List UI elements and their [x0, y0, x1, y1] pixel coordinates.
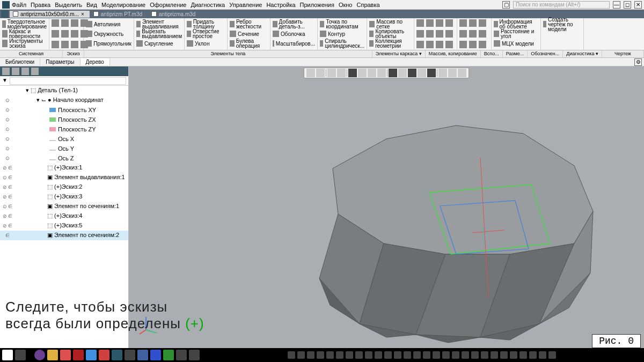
vp-opt2-icon[interactable] [398, 69, 407, 77]
doc-tab-1[interactable]: antiprizma10x50x60.m...× [10, 11, 90, 18]
tray-7[interactable] [346, 351, 353, 359]
d7[interactable] [459, 41, 467, 48]
tree-origin[interactable]: ⊙▾ ⌙ ● Начало координат [0, 95, 128, 105]
tree-plane-zx[interactable]: ⊙Плоскость ZX [0, 115, 128, 124]
pb-notation[interactable]: Обозначен... [528, 50, 563, 57]
fillet-button[interactable]: Скругление [136, 39, 182, 48]
tray-21[interactable] [481, 351, 488, 359]
tree-axis-y[interactable]: ⊙Ось Y [0, 144, 128, 153]
vp-opt3-icon[interactable] [408, 69, 416, 77]
tb-kompas[interactable] [112, 350, 122, 360]
tree-feat-5[interactable]: ⊘ ∈⬚ (+)Эскиз:4 [0, 211, 128, 221]
close-button[interactable]: ✕ [634, 1, 642, 9]
contour-button[interactable]: Контур [320, 29, 364, 39]
tab-parameters[interactable]: Параметры [40, 58, 80, 65]
pb-system[interactable]: Системная [0, 50, 63, 57]
filter-icon[interactable]: ▼ [2, 77, 10, 85]
tb-excel[interactable] [163, 350, 174, 360]
tray-8[interactable] [355, 351, 363, 359]
tray-16[interactable] [433, 351, 440, 359]
tree-filter-input[interactable] [10, 77, 126, 85]
copy-obj-button[interactable]: Копировать объекты [369, 29, 412, 39]
copy-icon[interactable] [71, 30, 78, 38]
d6[interactable] [479, 30, 486, 38]
mode-wireframe[interactable]: Каркас и поверхности [2, 29, 47, 39]
vp-filter-icon[interactable] [427, 69, 436, 77]
vp-zoom-icon[interactable] [316, 69, 325, 77]
menu-diag[interactable]: Диагностика [191, 2, 225, 8]
props-icon[interactable] [52, 41, 59, 48]
tray-4[interactable] [317, 351, 324, 359]
tree-feat-6[interactable]: ⊘ ∈⬚ (+)Эскиз:5 [0, 221, 128, 231]
tb-app-6[interactable] [137, 350, 148, 360]
tree-feat-0[interactable]: ⊘ ∈⬚ (+)Эскиз:1 [0, 163, 128, 173]
vp-opt1-icon[interactable] [389, 69, 397, 77]
tree-feat-2[interactable]: ⊘ ∈⬚ (+)Эскиз:2 [0, 182, 128, 192]
tray-13[interactable] [404, 351, 411, 359]
vp-shade-icon[interactable] [348, 69, 357, 77]
minimize-button[interactable]: — [613, 1, 620, 9]
autoline-button[interactable]: Автолиния [86, 19, 131, 29]
ic3[interactable] [436, 19, 443, 27]
tab-tree[interactable]: Дерево [80, 58, 110, 65]
command-search[interactable]: Поиск по командам (Alt+/) [513, 1, 610, 9]
tray-20[interactable] [471, 351, 479, 359]
maximize-button[interactable]: ◻ [624, 1, 631, 9]
save-icon[interactable] [71, 19, 78, 27]
tb-explorer[interactable] [47, 350, 58, 360]
doc-tab-3[interactable]: antiprizma.m3d [148, 11, 201, 18]
tb-edge[interactable] [86, 350, 97, 360]
menu-manage[interactable]: Управление [229, 2, 262, 8]
extrude-button[interactable]: Элемент выдавливания [136, 19, 182, 29]
tb-app-7[interactable] [176, 350, 187, 360]
layout-icon[interactable]: ▢ [502, 1, 510, 9]
ic11[interactable] [436, 41, 443, 48]
tree-tool-2[interactable] [12, 68, 19, 75]
taskview-icon[interactable] [15, 350, 26, 360]
tray-23[interactable] [500, 351, 508, 359]
tray-14[interactable] [413, 351, 421, 359]
add-part-button[interactable]: Добавить деталь-з... [273, 19, 315, 29]
tray-6[interactable] [336, 351, 343, 359]
ic4[interactable] [445, 19, 453, 27]
menu-select[interactable]: Выделить [55, 2, 82, 8]
ic6[interactable] [426, 30, 434, 38]
settings-icon[interactable]: ⚙ [634, 58, 642, 66]
lib-icon[interactable] [71, 41, 78, 48]
ic5[interactable] [416, 30, 424, 38]
tray-19[interactable] [462, 351, 469, 359]
info-button[interactable]: Информация об объекте [494, 19, 538, 29]
tray-24[interactable] [510, 351, 517, 359]
d5[interactable] [469, 30, 477, 38]
menu-design[interactable]: Оформление [150, 2, 186, 8]
mode-sketch[interactable]: Инструменты эскиза [2, 39, 47, 48]
pb-sketch[interactable]: Эскиз [63, 50, 84, 57]
tree-axis-x[interactable]: ⊙Ось X [0, 134, 128, 144]
tray-3[interactable] [307, 351, 314, 359]
hole-button[interactable]: Отверстие простое [187, 29, 225, 39]
menu-modeling[interactable]: Моделирование [101, 2, 145, 8]
tree-feat-7[interactable]: ∈▣ Элемент по сечениям:2 [0, 231, 128, 240]
vp-hide-icon[interactable] [368, 69, 376, 77]
viewport-3d[interactable] [129, 67, 644, 348]
create-drawing-button[interactable]: Создать чертеж по модели [543, 19, 581, 29]
vp-wireframe-icon[interactable] [358, 69, 367, 77]
redo-icon[interactable] [61, 30, 69, 38]
doc-tab-2[interactable]: antiprizm PT.m3d [90, 11, 148, 18]
pb-array[interactable]: Массив, копирование [426, 50, 481, 57]
menu-file[interactable]: Файл [12, 2, 26, 8]
draft-button[interactable]: Уклон [187, 39, 225, 48]
menu-window[interactable]: Окно [339, 2, 353, 8]
vp-nav-icon[interactable] [306, 69, 315, 77]
shell-button[interactable]: Оболочка [273, 29, 315, 39]
tree-axis-z[interactable]: ⊙Ось Z [0, 153, 128, 163]
menu-view[interactable]: Вид [86, 2, 97, 8]
d9[interactable] [479, 41, 486, 48]
app-icon[interactable] [2, 1, 10, 9]
home-icon[interactable] [1, 10, 9, 18]
tray-15[interactable] [423, 351, 430, 359]
pb-frame[interactable]: Элементы каркаса ▾ [372, 50, 426, 57]
tray-12[interactable] [394, 351, 401, 359]
close-tab-icon[interactable]: × [81, 11, 84, 17]
menu-edit[interactable]: Правка [31, 2, 50, 8]
